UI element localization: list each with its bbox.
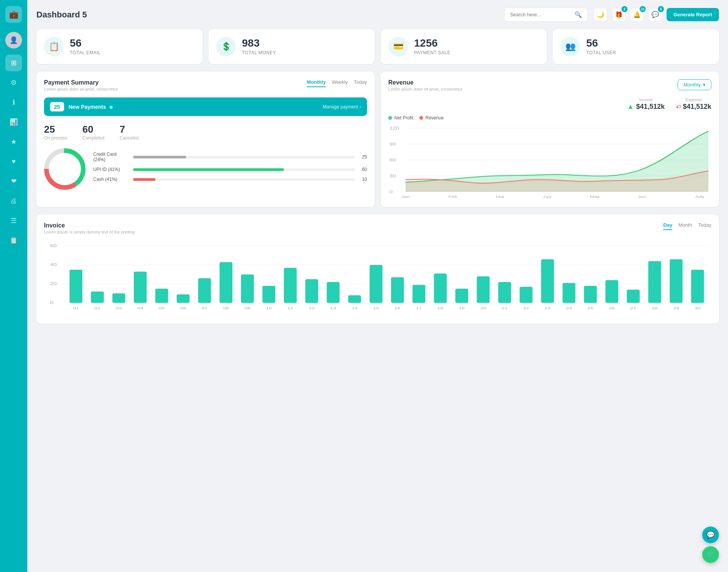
new-payments-dot <box>110 106 113 109</box>
svg-text:Jun: Jun <box>638 195 646 198</box>
email-value: 56 <box>70 38 101 49</box>
progress-row-upi: UPI ID (41%) 60 <box>93 167 367 172</box>
svg-text:23: 23 <box>544 306 551 310</box>
tab-today[interactable]: Today <box>354 79 367 87</box>
on-process-stat: 25 On process <box>44 124 67 141</box>
invoice-tabs: Day Month Today <box>663 222 711 230</box>
payment-summary-header: Payment Summary Lorem ipsum dolor sit am… <box>44 79 367 91</box>
svg-text:Feb: Feb <box>449 195 458 198</box>
money-icon: 💲 <box>216 37 236 56</box>
stat-card-user: 👥 56 TOTAL USER <box>553 29 719 64</box>
sidebar-item-heart[interactable]: ♥ <box>5 153 22 170</box>
svg-rect-44 <box>241 274 254 303</box>
expense-item: Expense 🏷 $41,512k <box>676 97 711 111</box>
revenue-chart: 120 90 60 30 0 <box>388 124 711 199</box>
chat-fab[interactable]: 💬 <box>702 527 719 543</box>
svg-rect-46 <box>262 286 275 303</box>
payment-value: 1256 <box>414 38 450 49</box>
generate-report-button[interactable]: Generate Report <box>667 8 719 21</box>
bell-icon-btn[interactable]: 🔔 12 <box>630 8 644 22</box>
chat-icon-btn[interactable]: 💬 5 <box>648 8 662 22</box>
svg-rect-40 <box>198 278 211 303</box>
revenue-legend: Net Profit Revenue <box>388 115 711 121</box>
svg-rect-50 <box>305 279 318 303</box>
income-icon: ▲ <box>627 103 634 111</box>
email-label: TOTAL EMAIL <box>70 50 101 55</box>
svg-text:July: July <box>695 195 704 198</box>
svg-text:40: 40 <box>50 263 57 267</box>
user-label: TOTAL USER <box>586 50 616 55</box>
svg-text:12: 12 <box>309 306 315 310</box>
donut-chart <box>44 148 86 190</box>
svg-text:16: 16 <box>394 306 400 310</box>
expense-value: 🏷 $41,512k <box>676 103 711 111</box>
upi-label: UPI ID (41%) <box>93 167 129 172</box>
svg-rect-56 <box>370 265 383 303</box>
sidebar-item-settings[interactable]: ⚙ <box>5 74 22 91</box>
net-profit-label: Net Profit <box>394 115 413 121</box>
revenue-subtitle: Lorem ipsum dolor sit amet, consectetur <box>388 87 463 91</box>
svg-text:22: 22 <box>523 306 529 310</box>
money-label: TOTAL MONEY <box>242 50 276 55</box>
svg-rect-70 <box>520 287 533 303</box>
invoice-header: Invoice Lorem Ipsum is simply dummy text… <box>44 222 711 234</box>
sidebar: 💼 👤 ⊞ ⚙ ℹ 📊 ★ ♥ ❤ 🖨 ☰ 📋 <box>0 0 27 572</box>
invoice-tab-day[interactable]: Day <box>663 222 672 230</box>
invoice-tab-month[interactable]: Month <box>678 222 692 230</box>
invoice-tab-today[interactable]: Today <box>698 222 711 230</box>
svg-rect-52 <box>327 282 340 303</box>
svg-text:30: 30 <box>695 306 701 310</box>
income-label: Income <box>627 97 665 102</box>
sidebar-item-heart2[interactable]: ❤ <box>5 173 22 190</box>
theme-toggle[interactable]: 🌙 <box>594 8 607 22</box>
on-process-value: 25 <box>44 124 67 135</box>
sidebar-item-dashboard[interactable]: ⊞ <box>5 55 22 71</box>
sidebar-item-analytics[interactable]: 📊 <box>5 114 22 130</box>
svg-text:10: 10 <box>266 306 272 310</box>
svg-rect-68 <box>498 282 511 303</box>
tab-monthly[interactable]: Monthly <box>307 79 326 87</box>
search-input[interactable] <box>510 12 571 17</box>
tab-weekly[interactable]: Weekly <box>332 79 348 87</box>
svg-text:06: 06 <box>180 306 186 310</box>
sidebar-item-star[interactable]: ★ <box>5 133 22 150</box>
payment-label: PAYMENT SALE <box>414 50 450 55</box>
sidebar-item-list[interactable]: 📋 <box>5 232 22 249</box>
svg-text:0: 0 <box>389 190 392 194</box>
canceled-label: Canceled <box>119 135 139 141</box>
svg-rect-86 <box>691 270 704 303</box>
svg-text:Apr: Apr <box>543 195 551 198</box>
progress-section: Credit Card (24%) 25 UPI ID (41%) 60 <box>93 152 367 186</box>
svg-rect-48 <box>284 268 297 303</box>
expense-label: Expense <box>676 97 711 102</box>
revenue-monthly-dropdown[interactable]: Monthly ▾ <box>678 79 711 90</box>
svg-text:29: 29 <box>673 306 679 310</box>
sidebar-item-menu[interactable]: ☰ <box>5 212 22 229</box>
expense-icon: 🏷 <box>676 104 681 110</box>
gift-icon-btn[interactable]: 🎁 2 <box>612 8 626 22</box>
sidebar-logo[interactable]: 💼 <box>5 6 22 23</box>
income-expense-row: Income ▲ $41,512k Expense 🏷 $41,512k <box>388 97 711 111</box>
svg-text:15: 15 <box>373 306 379 310</box>
revenue-title: Revenue <box>388 79 463 86</box>
canceled-value: 7 <box>119 124 139 135</box>
upi-bar <box>133 168 355 171</box>
legend-revenue: Revenue <box>419 115 444 121</box>
cart-fab[interactable]: 🛒 <box>702 546 719 563</box>
svg-rect-28 <box>69 270 82 303</box>
sidebar-item-info[interactable]: ℹ <box>5 94 22 111</box>
main-content: Dashboard 5 🔍 🌙 🎁 2 🔔 12 💬 5 Generate Re… <box>27 0 728 572</box>
manage-payment-link[interactable]: Manage payment › <box>323 104 361 110</box>
svg-text:30: 30 <box>389 174 396 179</box>
svg-text:19: 19 <box>459 306 465 310</box>
svg-rect-30 <box>91 291 104 303</box>
svg-text:90: 90 <box>389 142 396 147</box>
sidebar-item-print[interactable]: 🖨 <box>5 193 22 209</box>
user-icon: 👥 <box>560 37 580 56</box>
svg-rect-84 <box>670 259 682 303</box>
search-bar[interactable]: 🔍 <box>504 8 588 22</box>
avatar[interactable]: 👤 <box>5 32 22 49</box>
email-icon: 📋 <box>44 37 64 56</box>
net-profit-dot <box>388 116 392 120</box>
new-payments-bar: 25 New Payments Manage payment › <box>44 97 367 116</box>
